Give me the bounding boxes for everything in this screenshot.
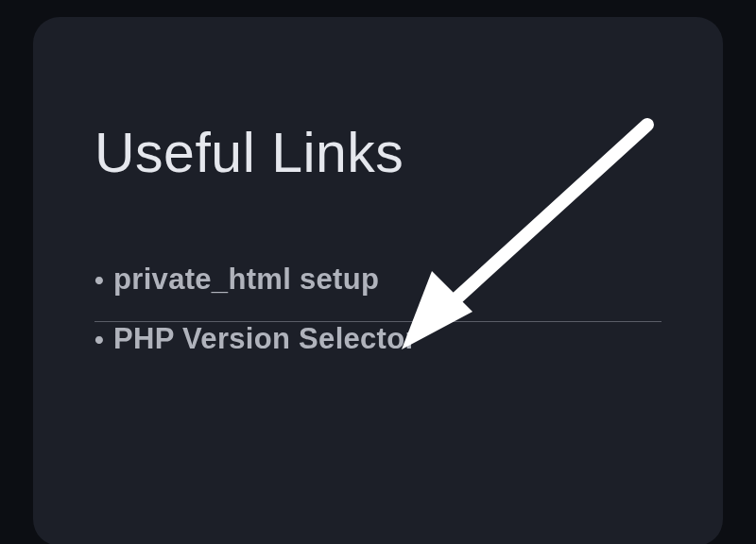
link-label: private_html setup	[113, 263, 379, 297]
bullet-icon: •	[94, 327, 104, 353]
link-label: PHP Version Selector	[113, 322, 417, 356]
link-list: • private_html setup • PHP Version Selec…	[94, 263, 662, 377]
useful-links-panel: Useful Links • private_html setup • PHP …	[33, 17, 723, 544]
link-item-php-version-selector[interactable]: • PHP Version Selector	[94, 322, 662, 377]
link-item-private-html-setup[interactable]: • private_html setup	[94, 263, 662, 317]
panel-title: Useful Links	[94, 121, 662, 185]
bullet-icon: •	[94, 267, 104, 294]
